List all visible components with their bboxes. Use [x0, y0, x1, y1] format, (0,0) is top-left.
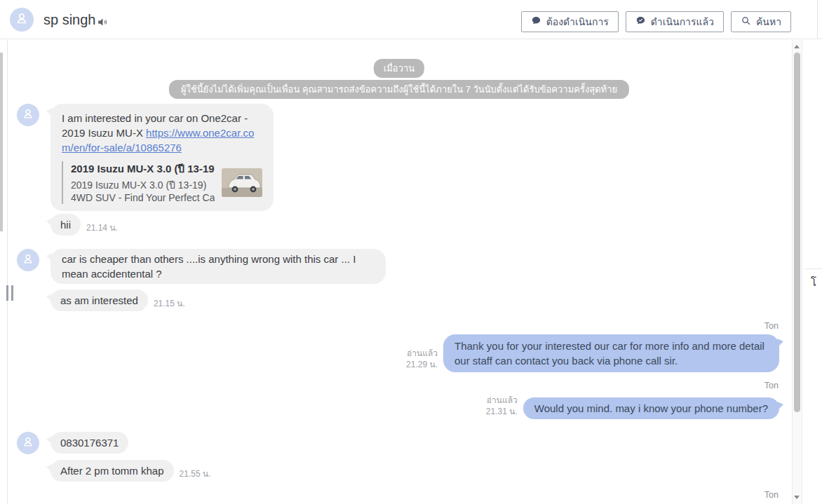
person-icon	[21, 107, 35, 123]
preview-description-line2: 4WD SUV - Find Your Perfect Car...	[71, 191, 215, 204]
header-actions: ต้องดำเนินการ ดำเนินการแล้ว ค้นหา	[521, 11, 791, 32]
speaker-icon[interactable]	[97, 16, 109, 28]
sender-avatar[interactable]	[17, 104, 39, 126]
contact-avatar[interactable]	[10, 8, 34, 32]
message-bubble[interactable]: Thank you for your interested our car fo…	[443, 334, 779, 372]
message-text: car is cheaper than others ....is anythi…	[62, 253, 356, 280]
message-meta: อ่านแล้ว 21.31 น.	[486, 395, 518, 419]
preview-description-line1: 2019 Isuzu MU-X 3.0 (ปี 13-19)	[71, 179, 215, 191]
message-row: as am interested 21.15 น.	[50, 290, 185, 311]
chat-check-icon	[635, 15, 646, 28]
message-row: อ่านแล้ว 21.31 น. Would you mind. may i …	[486, 395, 779, 419]
person-icon	[21, 435, 35, 451]
message-row: 0830176371	[50, 432, 128, 454]
right-panel-partial-text: โ	[811, 274, 816, 291]
scroll-down-arrow-icon[interactable]	[794, 496, 800, 499]
message-text: as am interested	[60, 294, 138, 306]
person-icon	[21, 252, 35, 268]
scroll-position-marker	[6, 285, 13, 301]
message-bubble[interactable]: as am interested	[50, 290, 148, 311]
right-panel-sliver: โ	[803, 40, 822, 504]
message-time: 21.55 น.	[180, 467, 211, 482]
message-bubble[interactable]: I am interested in your car on One2car -…	[50, 104, 274, 211]
link-preview-card[interactable]: 2019 Isuzu MU-X 3.0 (ปี 13-19) ... 2019 …	[62, 161, 262, 204]
message-row: อ่านแล้ว 21.29 น. Thank you for your int…	[406, 334, 779, 372]
needs-action-label: ต้องดำเนินการ	[546, 14, 609, 29]
car-thumbnail-image[interactable]	[222, 168, 262, 197]
preview-accent-bar	[62, 161, 63, 204]
friend-notice-banner: ผู้ใช้นี้ยังไม่ได้เพิ่มคุณเป็นเพื่อน คุณ…	[169, 80, 629, 99]
search-label: ค้นหา	[756, 14, 781, 29]
message-time: 21.31 น.	[486, 406, 518, 417]
message-text: 0830176371	[60, 437, 119, 449]
message-bubble[interactable]: After 2 pm tomm khap	[50, 460, 174, 482]
message-text: Thank you for your interested our car fo…	[454, 340, 764, 367]
sender-name: Ton	[764, 321, 779, 331]
message-meta: อ่านแล้ว 21.29 น.	[406, 348, 438, 372]
message-row: I am interested in your car on One2car -…	[50, 104, 274, 211]
done-label: ดำเนินการแล้ว	[651, 14, 714, 29]
message-time: 21.15 น.	[154, 297, 185, 311]
chat-header: sp singh ต้องดำเนินการ ดำเนินการแล้ว ค้น…	[0, 0, 822, 39]
read-status: อ่านแล้ว	[406, 348, 438, 359]
message-row: After 2 pm tomm khap 21.55 น.	[50, 460, 210, 482]
person-icon	[14, 11, 29, 29]
preview-text: 2019 Isuzu MU-X 3.0 (ปี 13-19) ... 2019 …	[71, 161, 215, 204]
date-badge: เมื่อวาน	[374, 59, 424, 78]
sender-avatar[interactable]	[17, 249, 39, 271]
preview-title: 2019 Isuzu MU-X 3.0 (ปี 13-19) ...	[71, 161, 215, 176]
sender-name: Ton	[764, 381, 779, 390]
sender-avatar[interactable]	[17, 432, 39, 454]
message-text: hii	[60, 219, 71, 231]
message-time: 21.14 น.	[86, 221, 118, 236]
header-divider	[817, 0, 818, 39]
message-text: After 2 pm tomm khap	[60, 465, 164, 477]
sender-name: Ton	[764, 490, 779, 500]
message-text: Would you mind. may i know your phone nu…	[534, 402, 768, 414]
message-time: 21.29 น.	[406, 359, 438, 370]
message-row: car is cheaper than others ....is anythi…	[50, 249, 386, 284]
read-status: อ่านแล้ว	[486, 395, 518, 406]
needs-action-button[interactable]: ต้องดำเนินการ	[521, 11, 619, 32]
message-bubble[interactable]: hii	[50, 214, 81, 236]
left-panel-scrollbar-thumb[interactable]	[0, 53, 3, 231]
chat-bubble-icon	[531, 15, 541, 28]
search-button[interactable]: ค้นหา	[731, 11, 791, 32]
scroll-up-arrow-icon[interactable]	[794, 45, 800, 48]
message-bubble[interactable]: Would you mind. may i know your phone nu…	[523, 397, 779, 419]
contact-name: sp singh	[43, 12, 96, 28]
scrollbar-thumb[interactable]	[794, 53, 800, 412]
message-bubble[interactable]: 0830176371	[50, 432, 128, 454]
chat-panel-border	[7, 40, 8, 504]
message-bubble[interactable]: car is cheaper than others ....is anythi…	[50, 249, 386, 284]
search-icon	[741, 15, 751, 28]
right-panel-divider	[805, 268, 822, 269]
done-button[interactable]: ดำเนินการแล้ว	[626, 11, 724, 32]
chat-scrollbar[interactable]	[792, 40, 802, 504]
message-row: hii 21.14 น.	[50, 214, 118, 236]
